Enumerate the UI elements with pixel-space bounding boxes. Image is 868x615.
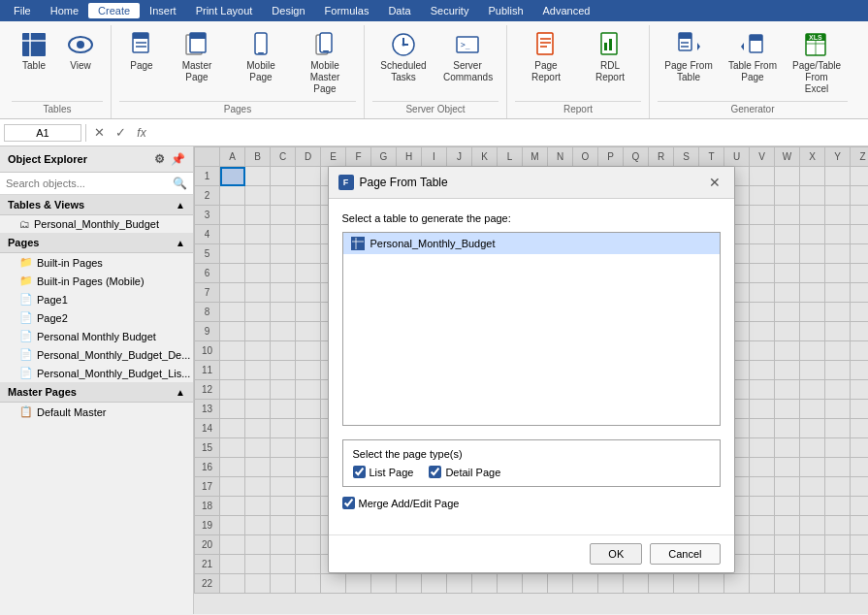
ribbon-btn-table-from-page[interactable]: Table From Page: [722, 25, 784, 87]
dialog-title-text: Page From Table: [360, 176, 448, 189]
svg-rect-6: [133, 33, 148, 39]
svg-text:>_: >_: [461, 41, 470, 49]
dialog-title-left: F Page From Table: [338, 175, 448, 190]
svg-rect-23: [537, 33, 553, 54]
list-page-checkbox[interactable]: [353, 466, 366, 478]
table-from-page-icon: [737, 29, 768, 60]
ribbon-btn-mobile-page[interactable]: Mobile Page: [230, 25, 292, 87]
svg-text:XLS: XLS: [809, 34, 822, 41]
ribbon-btn-view[interactable]: View: [58, 25, 103, 76]
server-commands-icon: >_: [452, 29, 483, 60]
ribbon-btn-scheduled-tasks[interactable]: Scheduled Tasks: [372, 25, 434, 87]
dialog-page-from-table: F Page From Table ✕ Select a table to ge…: [328, 166, 735, 573]
dialog-title-bar: F Page From Table ✕: [329, 167, 734, 199]
ribbon-btn-page-from-table[interactable]: Page From Table: [658, 25, 720, 87]
ribbon-btn-mobile-page-label: Mobile Page: [237, 60, 285, 83]
menu-file[interactable]: File: [4, 3, 41, 18]
confirm-formula-icon[interactable]: ✓: [112, 124, 129, 142]
ribbon-btn-server-commands[interactable]: >_ Server Commands: [436, 25, 498, 87]
page-report-icon: [530, 29, 562, 60]
page-table-excel-icon: XLS: [801, 29, 832, 60]
dialog-close-button[interactable]: ✕: [705, 173, 724, 192]
cancel-formula-icon[interactable]: ✕: [90, 124, 108, 142]
default-master-icon: 📋: [19, 405, 33, 418]
ribbon-group-tables: Table View Tables: [4, 25, 112, 118]
ribbon-btn-page[interactable]: Page: [119, 25, 164, 76]
ribbon-btn-server-commands-label: Server Commands: [443, 60, 492, 83]
merge-checkbox[interactable]: [342, 497, 355, 509]
cancel-button[interactable]: Cancel: [650, 543, 720, 565]
page-type-options: List Page Detail Page: [353, 466, 710, 478]
cell-ref-box[interactable]: A1: [4, 124, 81, 142]
sidebar-item-page1[interactable]: 📄 Page1: [0, 290, 193, 308]
mobile-page-icon: [245, 29, 276, 60]
menu-security[interactable]: Security: [421, 3, 479, 18]
ribbon-btn-master-page[interactable]: Master Page: [166, 25, 228, 87]
detail-page-checkbox-label[interactable]: Detail Page: [429, 466, 500, 478]
menu-home[interactable]: Home: [41, 3, 88, 18]
sidebar-item-builtin-pages[interactable]: 📁 Built-in Pages: [0, 253, 193, 272]
sidebar-section-master-pages[interactable]: Master Pages ▲: [0, 382, 193, 403]
table-list-item-personal-monthly-budget[interactable]: Personal_Monthly_Budget: [343, 233, 720, 254]
sidebar-item-default-master[interactable]: 📋 Default Master: [0, 403, 193, 421]
menu-advanced[interactable]: Advanced: [533, 3, 600, 18]
merge-checkbox-label[interactable]: Merge Add/Edit Page: [342, 497, 721, 509]
svg-rect-13: [258, 52, 264, 54]
page2-icon: 📄: [19, 311, 33, 324]
sidebar-section-tables[interactable]: Tables & Views ▲: [0, 195, 193, 215]
ribbon-group-pages-label: Pages: [119, 101, 356, 114]
menu-design[interactable]: Design: [262, 3, 314, 18]
search-input[interactable]: [6, 178, 169, 189]
search-bar[interactable]: 🔍: [0, 173, 193, 195]
formula-input[interactable]: [154, 125, 864, 141]
sidebar-pin-icon[interactable]: 📌: [171, 152, 185, 166]
dialog-footer: OK Cancel: [329, 534, 734, 572]
ribbon-btn-table-from-page-label: Table From Page: [728, 60, 777, 83]
ribbon-btn-page-table-from-excel[interactable]: XLS Page/Table From Excel: [786, 25, 848, 99]
list-page-label: List Page: [370, 467, 414, 478]
ribbon-btn-page-report[interactable]: Page Report: [515, 25, 577, 87]
merge-label: Merge Add/Edit Page: [359, 498, 460, 509]
ribbon-btn-table[interactable]: Table: [12, 25, 56, 76]
svg-rect-29: [609, 39, 612, 50]
ribbon-btn-page-label: Page: [130, 60, 152, 72]
menu-create[interactable]: Create: [88, 3, 140, 18]
menu-publish[interactable]: Publish: [478, 3, 532, 18]
table-list[interactable]: Personal_Monthly_Budget: [342, 232, 721, 426]
ribbon-btn-rdl-report[interactable]: RDL Report: [579, 25, 641, 87]
ribbon-btn-mobile-master-page[interactable]: Mobile Master Page: [294, 25, 356, 99]
sidebar-item-personal-monthly-budget-de[interactable]: 📄 Personal_Monthly_Budget_De...: [0, 345, 193, 364]
formula-bar: A1 ✕ ✓ fx: [0, 119, 868, 146]
ribbon-btn-page-from-table-label: Page From Table: [664, 60, 713, 83]
tables-collapse-icon: ▲: [176, 200, 185, 210]
sidebar-header: Object Explorer ⚙ 📌: [0, 146, 193, 173]
master-pages-collapse-icon: ▲: [176, 387, 185, 398]
svg-rect-12: [255, 33, 267, 54]
ok-button[interactable]: OK: [590, 543, 642, 565]
menu-print-layout[interactable]: Print Layout: [186, 3, 263, 18]
dialog-title-icon: F: [338, 175, 354, 190]
ribbon-content: Table View Tables Page: [0, 21, 868, 118]
mobile-master-page-icon: [309, 29, 340, 60]
detail-page-checkbox[interactable]: [429, 466, 441, 478]
sidebar-item-personal-monthly-budget-table[interactable]: 🗂 Personal_Monthly_Budget: [0, 215, 193, 233]
master-page-icon: [181, 29, 212, 60]
fx-icon[interactable]: fx: [133, 124, 150, 142]
default-master-label: Default Master: [37, 406, 107, 418]
sidebar-settings-icon[interactable]: ⚙: [154, 152, 165, 166]
sidebar-section-pages[interactable]: Pages ▲: [0, 233, 193, 253]
sidebar-item-personal-monthly-budget[interactable]: 📄 Personal Monthly Budget: [0, 327, 193, 345]
menu-insert[interactable]: Insert: [140, 3, 186, 18]
page-from-table-icon: [673, 29, 704, 60]
page-icon: [126, 29, 157, 60]
sidebar-item-personal-monthly-budget-lis[interactable]: 📄 Personal_Monthly_Budget_Lis...: [0, 364, 193, 382]
svg-point-4: [77, 41, 84, 49]
builtin-pages-icon: 📁: [19, 256, 33, 269]
ribbon-group-tables-label: Tables: [12, 101, 103, 114]
menu-formulas[interactable]: Formulas: [315, 3, 379, 18]
sidebar-item-builtin-pages-mobile[interactable]: 📁 Built-in Pages (Mobile): [0, 272, 193, 290]
sidebar-item-page2[interactable]: 📄 Page2: [0, 308, 193, 327]
menu-data[interactable]: Data: [378, 3, 420, 18]
svg-point-20: [402, 44, 405, 47]
list-page-checkbox-label[interactable]: List Page: [353, 466, 414, 478]
